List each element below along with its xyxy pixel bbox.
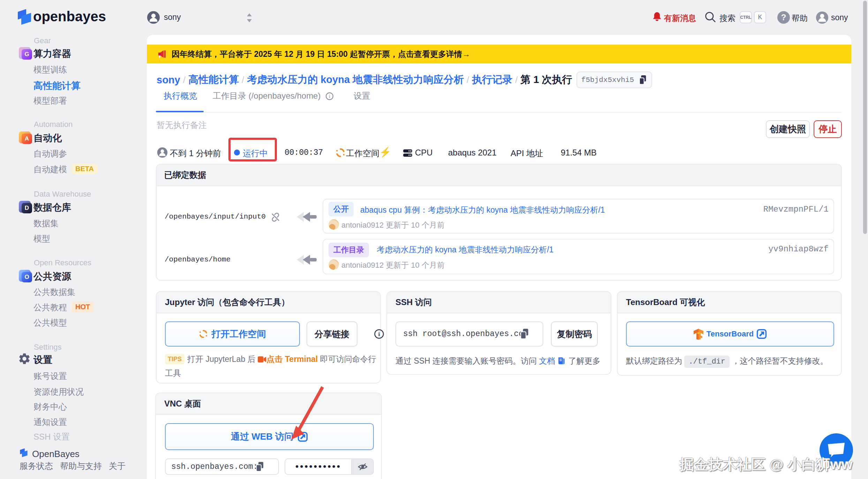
svg-text:i: i	[329, 93, 331, 99]
svg-text:i: i	[378, 331, 380, 337]
